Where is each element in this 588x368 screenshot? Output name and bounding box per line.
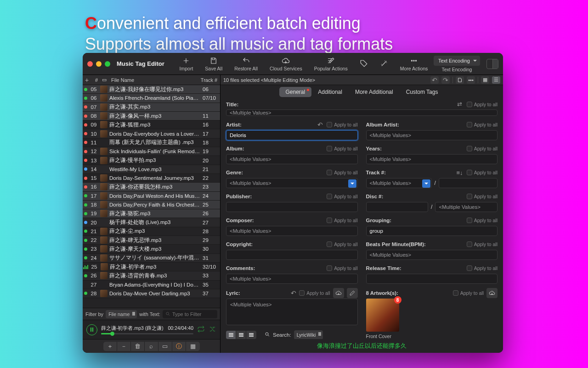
open-folder-button[interactable]: ▭ [158, 342, 172, 351]
tab-general[interactable]: General [279, 87, 312, 97]
cloud-services-button[interactable]: Cloud Services [270, 57, 302, 71]
table-row[interactable]: 27Bryan Adams-(Everything I Do) I Do…35 [83, 281, 220, 289]
table-row[interactable]: 12Sick Individuals-Fallin' (Funk Remod…1… [83, 147, 220, 156]
artist-apply[interactable]: Apply to all [327, 122, 357, 127]
comments-input[interactable]: <Multiple Values> [226, 274, 358, 284]
info-button[interactable]: ⓘ [172, 342, 186, 351]
file-rows[interactable]: 05薛之谦-我好像在哪见过你.mp30606Alexis Ffrench-Dre… [83, 85, 220, 308]
disc-total-input[interactable]: <Multiple Values> [435, 202, 498, 212]
tab-additional[interactable]: Additional [311, 87, 349, 97]
table-row[interactable]: 10Doris Day-Everybody Loves a Lover…17 [83, 129, 220, 138]
panel-toggle-button[interactable] [486, 59, 498, 69]
disc-num-input[interactable] [366, 202, 429, 212]
seek-slider[interactable] [101, 333, 193, 334]
add-file-button[interactable]: ＋ [103, 342, 117, 351]
more-button[interactable]: ••• [467, 76, 475, 84]
filter-mode-select[interactable]: File name [106, 310, 137, 318]
bpm-input[interactable]: <Multiple Values> [366, 250, 498, 260]
col-track[interactable]: Track # [198, 77, 220, 83]
table-row[interactable]: 28Doris Day-Move Over Darling.mp337 [83, 289, 220, 298]
title-input[interactable]: <Multiple Values> [226, 109, 498, 116]
table-row[interactable]: 20杨千嬅-处处吻 (Live).mp327 [83, 218, 220, 227]
list-mode-button[interactable]: ☰ [492, 76, 500, 84]
table-row[interactable]: 25薛之谦-初学者.mp332/10 [83, 263, 220, 271]
table-row[interactable]: 11雨幕 (新天龙八部端游主题曲) .mp318 [83, 138, 220, 147]
composer-input[interactable]: <Multiple Values> [226, 226, 358, 236]
lyric-align[interactable] [226, 331, 256, 339]
table-row[interactable]: 07薛之谦-其实.mp3 [83, 103, 220, 112]
wand-icon[interactable] [380, 59, 388, 69]
table-row[interactable]: 18Doris Day,Percy Faith & His Orchest…25 [83, 201, 220, 209]
track-total-input[interactable] [439, 178, 498, 188]
lyric-download-button[interactable] [333, 288, 344, 298]
save-button[interactable] [456, 76, 464, 84]
trash-button[interactable]: 🗑 [131, 342, 145, 351]
artwork-download-button[interactable] [486, 288, 498, 298]
redo-button[interactable]: ↷ [441, 76, 450, 84]
col-index[interactable]: # [91, 77, 102, 83]
remove-file-button[interactable]: － [117, 342, 131, 351]
table-row[interactable]: 05薛之谦-我好像在哪见过你.mp306 [83, 85, 220, 94]
restore-all-button[interactable]: Restore All [234, 57, 258, 71]
file-name: Doris Day,Percy Faith & His Orchest… [109, 202, 201, 207]
lyric-source-select[interactable]: LyricWiki [294, 330, 323, 339]
grid-mode-button[interactable]: ▦ [481, 76, 489, 84]
table-row[interactable]: 21薛之谦-尘.mp328 [83, 227, 220, 236]
album-artist-input[interactable]: <Multiple Values> [366, 130, 498, 140]
table-row[interactable]: 08薛之谦-像风一样.mp311 [83, 112, 220, 121]
table-row[interactable]: 19薛之谦-骆驼.mp326 [83, 209, 220, 218]
swap-icon[interactable]: ⇄ [457, 101, 462, 108]
copyright-input[interactable] [226, 250, 358, 260]
svg-point-1 [413, 60, 414, 61]
file-thumb [100, 112, 107, 120]
grouping-input[interactable]: group [366, 226, 498, 236]
save-all-button[interactable]: Save All [205, 57, 222, 71]
lyric-edit-button[interactable] [347, 288, 358, 298]
album-input[interactable]: <Multiple Values> [226, 154, 358, 164]
table-row[interactable]: 23薛之谦-摩天大楼.mp330 [83, 245, 220, 253]
tab-more-additional[interactable]: More Additional [349, 87, 400, 97]
table-row[interactable]: 22薛之谦-肆无忌惮.mp329 [83, 236, 220, 245]
table-row[interactable]: 06Alexis Ffrench-Dreamland (Solo Pia…07/… [83, 94, 220, 103]
undo-button[interactable]: ↶ [430, 76, 439, 84]
text-encoding-select[interactable]: Text Encoding [434, 56, 480, 66]
years-input[interactable]: <Multiple Values> [366, 154, 498, 164]
pause-button[interactable] [86, 324, 97, 335]
track-num-select[interactable]: <Multiple Values> [366, 178, 432, 188]
file-thumb [100, 86, 107, 93]
filter-input[interactable]: Type to Filter [163, 310, 217, 318]
artwork-thumbnail[interactable]: 8 [366, 299, 399, 332]
table-row[interactable]: 24ササノマリイ (sasanomaly)-年中混…31 [83, 254, 220, 263]
table-row[interactable]: 17Doris Day,Paul Weston And His Mus…24 [83, 192, 220, 201]
col-filename[interactable]: File Name [110, 77, 198, 83]
lyric-revert-icon[interactable]: ↶ [291, 289, 296, 297]
table-row[interactable]: 14Westlife-My Love.mp321 [83, 165, 220, 174]
artist-revert-icon[interactable]: ↶ [317, 121, 323, 128]
popular-actions-button[interactable]: Popular Actions [314, 57, 348, 71]
table-row[interactable]: 16薛之谦-你还要我怎样.mp323 [83, 183, 220, 191]
player-bar: 薛之谦-初学者.mp3 (薛之谦)00:24/04:40 [83, 320, 220, 339]
table-row[interactable]: 26薛之谦-违背的青春.mp333 [83, 271, 220, 280]
release-input[interactable] [366, 274, 498, 284]
track-sequence-icon[interactable]: ≡↓ [457, 169, 463, 176]
genre-select[interactable]: <Multiple Values> [226, 178, 358, 188]
artist-input[interactable]: Deloris [226, 130, 358, 140]
title-apply[interactable]: Apply to all [467, 102, 498, 107]
tab-custom-tags[interactable]: Custom Tags [400, 87, 445, 97]
table-row[interactable]: 15Doris Day-Sentimental Journey.mp322 [83, 174, 220, 183]
publisher-input[interactable] [226, 202, 358, 212]
loop-button[interactable] [197, 325, 205, 334]
close-icon[interactable] [87, 61, 93, 67]
reveal-button[interactable]: ⌕ [145, 342, 158, 351]
table-row[interactable]: 13薛之谦-慢半拍.mp320 [83, 156, 220, 165]
import-button[interactable]: Import [180, 57, 193, 71]
tag-icon[interactable] [360, 59, 368, 69]
more-actions-button[interactable]: More Actions [400, 57, 428, 71]
grid-view-button[interactable]: ▦ [186, 342, 200, 351]
lyric-textarea[interactable]: <Multiple Values> [226, 299, 358, 325]
minimize-icon[interactable] [96, 61, 102, 67]
add-row-button[interactable]: + [83, 76, 91, 84]
table-row[interactable]: 09薛之谦-狐狸.mp316 [83, 121, 220, 129]
zoom-icon[interactable] [105, 61, 110, 67]
shuffle-button[interactable] [209, 325, 216, 334]
